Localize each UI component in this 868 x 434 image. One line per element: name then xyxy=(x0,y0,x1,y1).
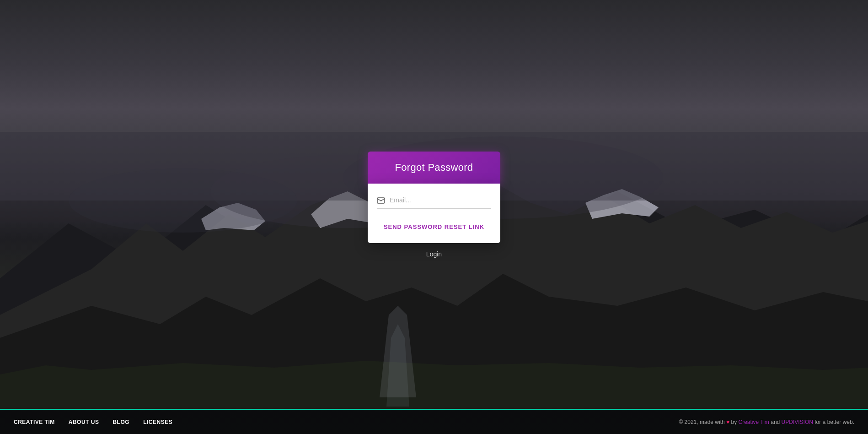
footer-links: CREATIVE TIM ABOUT US BLOG LICENSES xyxy=(14,419,172,425)
copyright-suffix: for a better web. xyxy=(814,419,854,425)
blog-link[interactable]: BLOG xyxy=(113,419,129,425)
email-input-group xyxy=(377,195,491,209)
email-field[interactable] xyxy=(390,195,491,206)
send-reset-link-button[interactable]: SEND PASSWORD RESET LINK xyxy=(377,220,491,234)
heart-icon: ♥ xyxy=(726,419,729,425)
email-icon xyxy=(377,197,385,204)
copyright-prefix: © 2021, made with xyxy=(679,419,724,425)
copyright-and: and xyxy=(771,419,780,425)
licenses-link[interactable]: LICENSES xyxy=(143,419,172,425)
forgot-password-card: Forgot Password SEND PASSWORD RESET LINK xyxy=(368,152,500,243)
card-body: SEND PASSWORD RESET LINK xyxy=(368,184,500,243)
updivision-credit[interactable]: UPDIVISION xyxy=(782,419,813,425)
creative-tim-credit[interactable]: Creative Tim xyxy=(739,419,769,425)
card-title: Forgot Password xyxy=(377,162,491,174)
svg-rect-15 xyxy=(377,197,385,203)
main-content: Forgot Password SEND PASSWORD RESET LINK… xyxy=(0,0,868,409)
about-us-link[interactable]: ABOUT US xyxy=(69,419,99,425)
creative-tim-link[interactable]: CREATIVE TIM xyxy=(14,419,55,425)
login-link[interactable]: Login xyxy=(426,250,442,258)
footer: CREATIVE TIM ABOUT US BLOG LICENSES © 20… xyxy=(0,409,868,434)
footer-copyright: © 2021, made with ♥ by Creative Tim and … xyxy=(679,419,854,425)
copyright-by: by xyxy=(731,419,737,425)
card-header: Forgot Password xyxy=(368,152,500,184)
